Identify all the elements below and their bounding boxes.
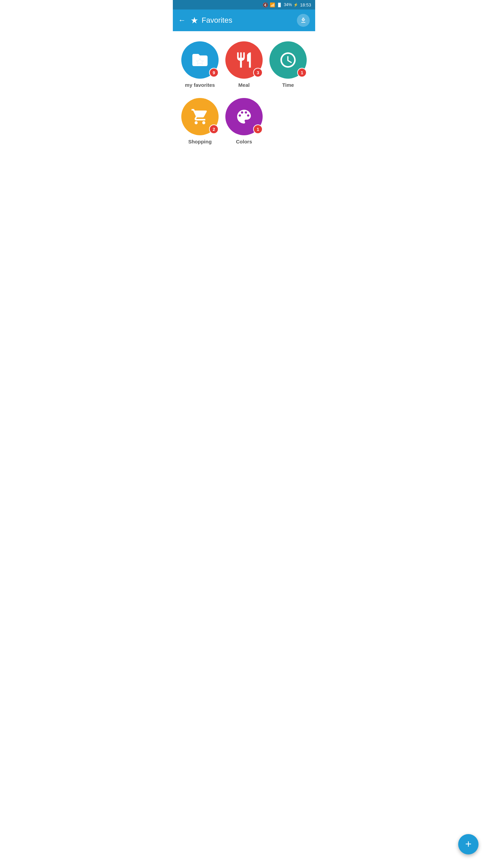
badge-time: 1 [297,68,307,77]
circle-wrapper-meal: 3 [225,41,263,79]
category-item-time[interactable]: 1Time [268,41,308,88]
signal-icon: ▐▌ [277,3,282,7]
download-icon [300,17,307,24]
badge-my-favorites: 9 [209,68,219,77]
battery-icon: ⚡ [293,3,298,7]
circle-wrapper-shopping: 2 [181,98,219,135]
battery-level: 34% [284,2,292,7]
badge-colors: 1 [253,124,263,134]
app-bar-left: ← ★ Favorites [178,15,232,26]
badge-meal: 3 [253,68,263,77]
category-item-colors[interactable]: 1Colors [224,98,264,144]
category-label-my-favorites: my favorites [185,82,215,88]
status-bar: 🔇 📶 ▐▌ 34% ⚡ 18:53 [173,0,315,9]
mute-icon: 🔇 [263,2,268,7]
category-label-shopping: Shopping [188,139,211,144]
status-icons: 🔇 📶 ▐▌ 34% ⚡ 18:53 [263,2,311,7]
back-button[interactable]: ← [178,16,186,25]
wifi-icon: 📶 [270,2,275,7]
status-time: 18:53 [300,2,311,7]
category-label-meal: Meal [238,82,249,88]
content-area: 9my favorites 3Meal 1Time 2Shopping 1Col… [173,31,315,161]
circle-wrapper-time: 1 [269,41,307,79]
badge-shopping: 2 [209,124,219,134]
category-label-colors: Colors [236,139,252,144]
circle-wrapper-my-favorites: 9 [181,41,219,79]
category-item-meal[interactable]: 3Meal [224,41,264,88]
category-item-shopping[interactable]: 2Shopping [180,98,220,144]
category-grid: 9my favorites 3Meal 1Time 2Shopping 1Col… [180,41,308,144]
category-label-time: Time [282,82,294,88]
download-button[interactable] [297,14,310,27]
circle-wrapper-colors: 1 [225,98,263,135]
page-title: Favorites [202,16,232,25]
category-item-my-favorites[interactable]: 9my favorites [180,41,220,88]
favorites-star-icon: ★ [190,15,198,26]
app-bar: ← ★ Favorites [173,9,315,31]
app-bar-title-area: ★ Favorites [190,15,232,26]
